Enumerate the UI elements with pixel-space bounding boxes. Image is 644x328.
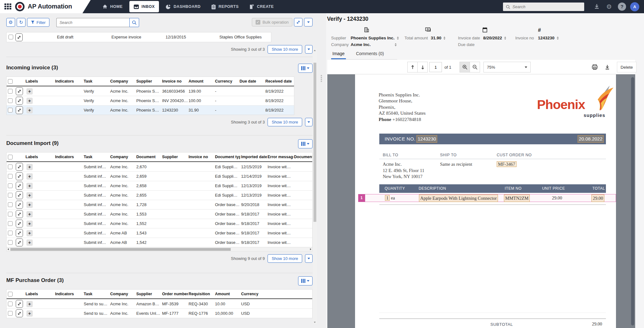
invoice-date-stepper[interactable]	[504, 37, 506, 40]
show-more-button[interactable]: Show 10 more	[268, 118, 302, 126]
table-row[interactable]: +Submit inf…Acme Inc.2,659Edi Suppli…12/…	[7, 171, 312, 181]
col-indicators[interactable]: Indicators	[54, 152, 83, 162]
table-row[interactable]: +Send to su…Acme Inc.Amazon B…MF-3539REQ…	[7, 299, 312, 308]
select-all-checkbox[interactable]	[8, 292, 13, 296]
col-invoice-no[interactable]: Invoice no	[161, 77, 188, 86]
delete-button[interactable]: Delete	[617, 62, 636, 72]
toolbar-more-button[interactable]	[304, 18, 313, 26]
open-row-button[interactable]	[16, 201, 23, 209]
description-annotation[interactable]: Apple Earpods With Lightning Connector	[419, 194, 498, 202]
app-grid-icon[interactable]	[4, 3, 11, 10]
filter-button[interactable]: Filter	[27, 18, 49, 27]
table-row[interactable]: +Submit inf…Acme AB1,542Order base…9/18/…	[7, 238, 312, 247]
col-task[interactable]: Task	[83, 290, 110, 299]
show-more-options-button[interactable]	[305, 254, 313, 263]
supplier-value[interactable]: Phoenix Supplies Inc.	[351, 36, 395, 40]
add-label-button[interactable]: +	[26, 88, 33, 95]
show-more-options-button[interactable]	[305, 118, 313, 126]
row-checkbox[interactable]	[8, 108, 13, 112]
add-label-button[interactable]: +	[26, 183, 33, 189]
row-checkbox[interactable]	[8, 311, 13, 316]
download-icon[interactable]	[594, 4, 600, 9]
add-label-button[interactable]: +	[26, 202, 33, 208]
invoice-date-annotation[interactable]: 20.08.2022	[578, 135, 604, 143]
add-label-button[interactable]: +	[26, 107, 33, 113]
previous-page-button[interactable]	[407, 62, 418, 72]
add-label-button[interactable]: +	[26, 173, 33, 180]
open-row-button[interactable]	[16, 229, 23, 237]
table-row[interactable]: +Submit inf…Acme Inc.2,655Edi Suppli…12/…	[7, 190, 312, 200]
select-all-checkbox[interactable]	[8, 155, 13, 159]
col-amount[interactable]: Amount	[214, 290, 240, 299]
nav-tab-dashboard[interactable]: DASHBOARD	[161, 1, 205, 12]
column-chooser-button[interactable]	[298, 64, 313, 73]
show-more-button[interactable]: Show 10 more	[268, 254, 302, 263]
table-row[interactable]: +VerifyAcme Inc.Phoenix S…INV 200420…100…	[7, 96, 294, 105]
row-checkbox[interactable]	[8, 89, 13, 94]
col-supplier[interactable]: Supplier	[161, 152, 188, 162]
open-row-button[interactable]	[16, 239, 23, 246]
company-stepper[interactable]	[395, 43, 397, 46]
line-item-annotation[interactable]: 1 1 ea Apple Earpods With Lightning Conn…	[358, 194, 616, 202]
avatar[interactable]: A	[630, 2, 639, 11]
line-total-annotation[interactable]: 29.00	[591, 194, 604, 202]
col-labels[interactable]: Labels	[25, 290, 54, 299]
table-row[interactable]: +Submit inf…Acme Inc.1,728Order base…9/2…	[7, 200, 312, 209]
open-row-button[interactable]	[16, 97, 23, 105]
scrollbar-thumb[interactable]	[314, 63, 316, 222]
col-indicators[interactable]: Indicators	[54, 77, 83, 86]
col-error-message[interactable]: Error message	[267, 152, 293, 162]
add-label-button[interactable]: +	[26, 221, 33, 227]
col-imported-date[interactable]: Imported date	[240, 152, 267, 162]
col-invoice-no[interactable]: Invoice no	[188, 152, 214, 162]
add-label-button[interactable]: +	[26, 98, 33, 104]
col-company[interactable]: Company	[110, 152, 136, 162]
supplier-stepper[interactable]	[397, 37, 399, 40]
col-document-type[interactable]: Document type	[214, 152, 240, 162]
row-checkbox[interactable]	[8, 164, 13, 169]
col-document[interactable]: Document	[136, 152, 161, 162]
column-chooser-button[interactable]	[298, 139, 313, 148]
invoice-date-value[interactable]: 8/20/2022	[483, 36, 502, 40]
add-label-button[interactable]: +	[26, 230, 33, 236]
open-row-button[interactable]	[16, 106, 23, 114]
row-checkbox[interactable]	[8, 240, 13, 245]
nav-tab-inbox[interactable]: INBOX	[129, 1, 159, 12]
nav-tab-reports[interactable]: REPORTS	[207, 1, 243, 12]
col-document[interactable]: Document	[293, 152, 312, 162]
add-label-button[interactable]: +	[26, 301, 33, 307]
col-company[interactable]: Company	[110, 77, 136, 86]
row-checkbox[interactable]	[8, 221, 13, 226]
expand-panel-button[interactable]	[294, 18, 302, 26]
item-no-annotation[interactable]: MMTN2ZM	[504, 194, 530, 202]
row-checkbox[interactable]	[8, 183, 13, 188]
list-search-button[interactable]	[129, 18, 139, 27]
col-amount[interactable]: Amount	[188, 77, 214, 86]
quantity-annotation[interactable]: 1	[385, 195, 390, 201]
table-row[interactable]: +Submit inf…Acme Inc.2,658Edi Suppli…12/…	[7, 181, 312, 190]
global-search-input[interactable]	[512, 4, 575, 9]
row-checkbox[interactable]	[8, 202, 13, 207]
settings-button[interactable]: ⚙	[6, 18, 15, 27]
print-button[interactable]	[589, 62, 600, 72]
horizontal-scrollbar[interactable]	[6, 247, 313, 251]
col-company[interactable]: Company	[110, 290, 136, 299]
add-label-button[interactable]: +	[26, 211, 33, 217]
open-row-button[interactable]	[16, 87, 23, 95]
list-search-input[interactable]	[56, 18, 129, 27]
pdf-scrollbar-thumb[interactable]	[631, 77, 634, 325]
bulk-operation-button[interactable]: ✓ Bulk operation	[252, 18, 292, 26]
refresh-button[interactable]: ↻	[17, 18, 25, 27]
col-labels[interactable]: Labels	[25, 77, 54, 86]
zoom-in-button[interactable]	[460, 62, 470, 72]
col-supplier[interactable]: Supplier	[136, 290, 161, 299]
company-value[interactable]: Acme Inc.	[351, 42, 393, 47]
open-row-button[interactable]	[16, 182, 23, 190]
col-task[interactable]: Task	[83, 152, 110, 162]
zoom-out-button[interactable]	[470, 62, 480, 72]
col-received-date[interactable]: Received date	[265, 77, 294, 86]
table-row[interactable]: +Send to su…Acme Inc.Events Unl…MF-1777R…	[7, 308, 312, 318]
help-icon[interactable]: ?	[618, 3, 626, 11]
total-amount-stepper[interactable]	[443, 37, 445, 40]
col-currency[interactable]: Currency	[240, 290, 267, 299]
